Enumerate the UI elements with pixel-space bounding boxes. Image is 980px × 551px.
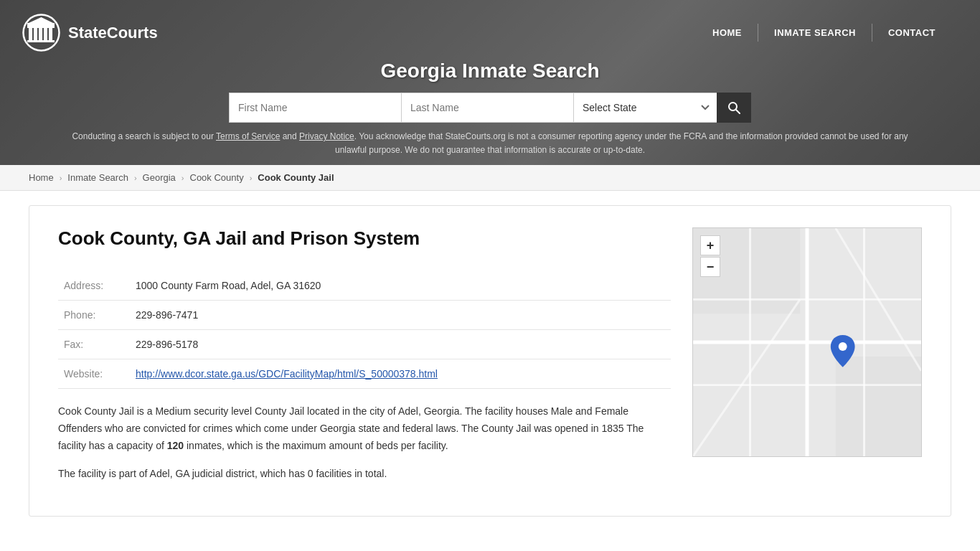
website-value: http://www.dcor.state.ga.us/GDC/Facility… xyxy=(130,359,671,389)
content-card: Cook County, GA Jail and Prison System A… xyxy=(29,205,951,517)
svg-rect-4 xyxy=(44,27,47,40)
disclaimer-and: and xyxy=(280,131,299,141)
svg-line-11 xyxy=(736,110,740,114)
search-icon xyxy=(727,101,740,114)
map-zoom-in[interactable]: + xyxy=(700,235,720,255)
breadcrumb-current: Cook County Jail xyxy=(258,172,334,183)
main-wrapper: Cook County, GA Jail and Prison System A… xyxy=(0,191,980,531)
desc-capacity: 120 xyxy=(167,440,184,451)
site-header: StateCourts HOME INMATE SEARCH CONTACT G… xyxy=(0,0,980,165)
privacy-link[interactable]: Privacy Notice xyxy=(299,131,354,141)
svg-rect-7 xyxy=(27,40,55,42)
site-logo[interactable]: StateCourts xyxy=(22,13,158,52)
website-row: Website: http://www.dcor.state.ga.us/GDC… xyxy=(58,359,671,389)
info-table: Address: 1000 County Farm Road, Adel, GA… xyxy=(58,271,671,389)
address-row: Address: 1000 County Farm Road, Adel, GA… xyxy=(58,271,671,301)
state-select[interactable]: Select StateAlabamaAlaskaArizonaArkansas… xyxy=(573,93,717,123)
fax-label: Fax: xyxy=(58,330,130,359)
logo-icon xyxy=(22,13,61,52)
website-label: Website: xyxy=(58,359,130,389)
map-controls: + − xyxy=(700,235,720,277)
breadcrumb-sep-4: › xyxy=(250,174,253,182)
search-button[interactable] xyxy=(717,93,751,123)
svg-rect-6 xyxy=(27,25,55,28)
phone-label: Phone: xyxy=(58,301,130,330)
disclaimer-prefix: Conducting a search is subject to our xyxy=(72,131,216,141)
svg-rect-8 xyxy=(27,23,55,25)
nav-home[interactable]: HOME xyxy=(697,24,758,42)
header-title: Georgia Inmate Search xyxy=(0,60,980,83)
nav-contact[interactable]: CONTACT xyxy=(872,24,951,42)
breadcrumb-georgia[interactable]: Georgia xyxy=(143,172,176,183)
nav-inmate-search[interactable]: INMATE SEARCH xyxy=(758,24,872,42)
top-nav: StateCourts HOME INMATE SEARCH CONTACT xyxy=(0,0,980,52)
search-bar: Select StateAlabamaAlaskaArizonaArkansas… xyxy=(0,93,980,123)
description-paragraph-2: The facility is part of Adel, GA judicia… xyxy=(58,466,671,483)
nav-links: HOME INMATE SEARCH CONTACT xyxy=(697,24,951,42)
address-label: Address: xyxy=(58,271,130,301)
svg-rect-3 xyxy=(39,27,42,40)
phone-row: Phone: 229-896-7471 xyxy=(58,301,671,330)
svg-rect-5 xyxy=(49,27,52,40)
description: Cook County Jail is a Medium security le… xyxy=(58,403,671,483)
fax-value: 229-896-5178 xyxy=(130,330,671,359)
content-right: + − xyxy=(692,227,922,494)
last-name-input[interactable] xyxy=(401,93,573,123)
terms-link[interactable]: Terms of Service xyxy=(216,131,280,141)
map-zoom-out[interactable]: − xyxy=(700,257,720,277)
first-name-input[interactable] xyxy=(229,93,401,123)
svg-rect-14 xyxy=(836,357,921,456)
fax-row: Fax: 229-896-5178 xyxy=(58,330,671,359)
breadcrumb-cook-county[interactable]: Cook County xyxy=(190,172,244,183)
disclaimer: Conducting a search is subject to our Te… xyxy=(0,130,980,157)
breadcrumb-sep-2: › xyxy=(134,174,137,182)
breadcrumb-sep-1: › xyxy=(60,174,62,182)
breadcrumb-inmate-search[interactable]: Inmate Search xyxy=(67,172,128,183)
address-value: 1000 County Farm Road, Adel, GA 31620 xyxy=(130,271,671,301)
map-container[interactable]: + − xyxy=(692,227,922,457)
svg-point-24 xyxy=(839,342,847,351)
disclaimer-end: . You acknowledge that StateCourts.org i… xyxy=(335,131,908,155)
svg-rect-2 xyxy=(34,27,37,40)
logo-text: StateCourts xyxy=(68,24,158,42)
website-link[interactable]: http://www.dcor.state.ga.us/GDC/Facility… xyxy=(136,368,438,380)
map-svg xyxy=(693,228,921,456)
phone-value: 229-896-7471 xyxy=(130,301,671,330)
content-left: Cook County, GA Jail and Prison System A… xyxy=(58,227,671,494)
desc-part-1-end: inmates, which is the maximum amount of … xyxy=(184,440,448,451)
svg-rect-1 xyxy=(29,27,32,40)
breadcrumb-home[interactable]: Home xyxy=(29,172,54,183)
page-heading: Cook County, GA Jail and Prison System xyxy=(58,227,671,250)
breadcrumb: Home › Inmate Search › Georgia › Cook Co… xyxy=(0,165,980,191)
description-paragraph-1: Cook County Jail is a Medium security le… xyxy=(58,403,671,454)
breadcrumb-sep-3: › xyxy=(182,174,184,182)
